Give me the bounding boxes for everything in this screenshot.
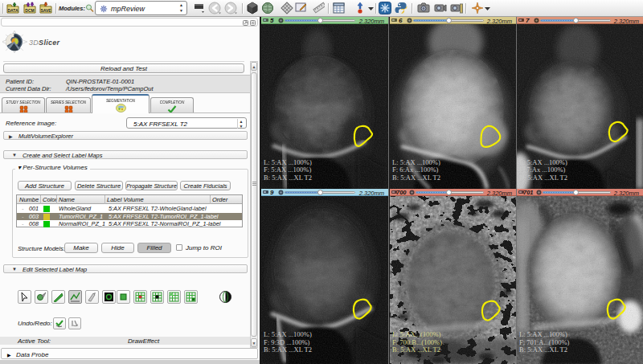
svg-text:F: 701:A...(100%): F: 701:A...(100%) bbox=[519, 338, 570, 346]
svg-text:F: 7:Ax ...100%): F: 7:Ax ...100%) bbox=[519, 166, 566, 174]
svg-text:F: 6:Ax ...100%): F: 6:Ax ...100%) bbox=[392, 166, 439, 174]
svg-text:L: 5:AX ...100%): L: 5:AX ...100%) bbox=[519, 158, 567, 166]
svg-text:B: 5:AX ...XL T2: B: 5:AX ...XL T2 bbox=[392, 346, 440, 354]
svg-text:B: 5:AX ...XL T2: B: 5:AX ...XL T2 bbox=[264, 346, 312, 354]
svg-text:DATA: DATA bbox=[7, 8, 18, 13]
svg-text:L: 5:AX ...100%): L: 5:AX ...100%) bbox=[392, 158, 440, 166]
svg-text:L: 5:AX ...100%): L: 5:AX ...100%) bbox=[519, 330, 567, 338]
svg-text:L: 5:AX...(100%): L: 5:AX...(100%) bbox=[392, 330, 441, 338]
svg-text:SAVE: SAVE bbox=[40, 8, 51, 13]
svg-text:DCM: DCM bbox=[25, 8, 34, 13]
svg-text:B: 5:AX ...XL T2: B: 5:AX ...XL T2 bbox=[519, 174, 567, 182]
svg-text:L: 5:AX ...100%): L: 5:AX ...100%) bbox=[264, 158, 312, 166]
svg-text:B: 5:AX ...XL T2: B: 5:AX ...XL T2 bbox=[392, 174, 440, 182]
svg-text:B: 5:AX ...XL T2: B: 5:AX ...XL T2 bbox=[264, 174, 312, 182]
svg-text:F: 9:3D ...100%): F: 9:3D ...100%) bbox=[264, 338, 310, 346]
svg-text:L: 5:AX ...100%): L: 5:AX ...100%) bbox=[264, 330, 312, 338]
svg-text:F: 5:AX ...100%): F: 5:AX ...100%) bbox=[264, 166, 311, 174]
svg-text:F: 700:B...(100%): F: 700:B...(100%) bbox=[392, 338, 442, 346]
svg-text:B: 5:AX ...XL T2: B: 5:AX ...XL T2 bbox=[519, 346, 567, 354]
